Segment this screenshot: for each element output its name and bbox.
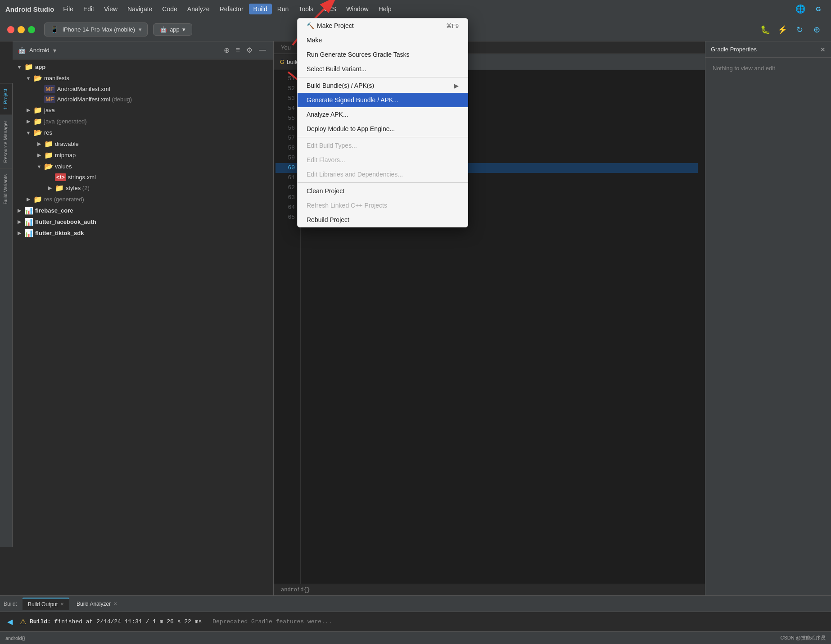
select-variant-label: Select Build Variant... — [307, 65, 366, 73]
ln-60: 60 — [275, 163, 298, 173]
menu-window[interactable]: Window — [342, 4, 373, 14]
menu-make-project[interactable]: 🔨 Make Project ⌘F9 — [298, 18, 468, 33]
strings-icon: </> — [55, 173, 66, 181]
close-build-analyzer[interactable]: ✕ — [113, 601, 117, 606]
attach-icon[interactable]: ⊕ — [809, 23, 824, 37]
build-status-text: Build: finished at 2/14/24 11:31 / 1 m 2… — [30, 618, 202, 625]
build-variants-tab[interactable]: Build Variants — [0, 168, 12, 210]
menu-analyze[interactable]: Analyze — [183, 4, 214, 14]
folder-icon-drawable: 📁 — [44, 140, 53, 148]
menu-edit[interactable]: Edit — [79, 4, 99, 14]
menu-view[interactable]: View — [99, 4, 122, 14]
right-panel-title: Gradle Properties — [711, 46, 817, 53]
project-tab[interactable]: 1: Project — [0, 83, 12, 115]
tree-item-strings[interactable]: </> strings.xml — [13, 172, 273, 182]
run-config-selector[interactable]: 🤖 app ▾ — [153, 23, 192, 36]
menu-build-bundle[interactable]: Build Bundle(s) / APK(s) ▶ — [298, 78, 468, 93]
hammer-icon: 🔨 — [307, 22, 314, 29]
separator-3 — [298, 182, 468, 183]
coverage-icon[interactable]: ↻ — [792, 23, 807, 37]
ln-58: 58 — [275, 143, 298, 153]
tree-item-androidmanifest-debug[interactable]: MF AndroidManifest.xml (debug) — [13, 94, 273, 104]
debug-icon[interactable]: 🐛 — [758, 23, 772, 37]
tree-item-mipmap[interactable]: ▶ 📁 mipmap — [13, 150, 273, 161]
gradle-file-icon: G — [280, 59, 284, 65]
tree-item-tiktok[interactable]: ▶ 📊 flutter_tiktok_sdk — [13, 227, 273, 239]
file-tree-title: Android — [29, 47, 50, 54]
tree-item-res-gen[interactable]: ▶ 📁 res (generated) — [13, 194, 273, 205]
menu-help[interactable]: Help — [374, 4, 396, 14]
tree-label-res: res — [44, 129, 52, 136]
profile-icon[interactable]: ⚡ — [775, 23, 790, 37]
ln-54: 54 — [275, 104, 298, 113]
menu-make[interactable]: Make — [298, 33, 468, 47]
expand-arrow-java-gen: ▶ — [25, 118, 32, 124]
locate-icon[interactable]: ⊕ — [222, 45, 231, 55]
run-config-chevron: ▾ — [182, 26, 185, 33]
tree-item-manifests[interactable]: ▼ 📂 manifests — [13, 73, 273, 84]
menu-code[interactable]: Code — [158, 4, 181, 14]
minimize-window-button[interactable] — [18, 26, 25, 33]
menu-edit-build-types: Edit Build Types... — [298, 138, 468, 153]
menu-tools[interactable]: Tools — [294, 4, 318, 14]
menu-select-variant[interactable]: Select Build Variant... — [298, 62, 468, 76]
build-output-tab[interactable]: Build Output ✕ — [23, 598, 69, 610]
tree-item-facebook[interactable]: ▶ 📊 flutter_facebook_auth — [13, 216, 273, 227]
menu-refactor[interactable]: Refactor — [215, 4, 248, 14]
tree-label-facebook: flutter_facebook_auth — [35, 218, 96, 225]
tree-item-androidmanifest[interactable]: MF AndroidManifest.xml — [13, 84, 273, 94]
menu-generate-signed[interactable]: Generate Signed Bundle / APK... — [298, 93, 468, 107]
menu-analyze-apk[interactable]: Analyze APK... — [298, 107, 468, 122]
ln-63: 63 — [275, 193, 298, 203]
line-numbers: 51 52 53 54 55 56 57 58 59 60 61 62 63 6… — [274, 70, 301, 584]
menu-file[interactable]: File — [59, 4, 78, 14]
device-selector[interactable]: 📱 iPhone 14 Pro Max (mobile) ▾ — [44, 23, 148, 36]
prev-arrow[interactable]: ◀ — [7, 617, 13, 626]
settings-icon[interactable]: ⚙ — [244, 45, 254, 55]
watermark-text: CSDN @技能程序员 — [781, 635, 826, 641]
resource-manager-tab[interactable]: Resource Manager — [0, 115, 12, 168]
side-tabs: 1: Project Resource Manager Build Varian… — [0, 83, 13, 547]
chevron-down-icon: ▾ — [139, 26, 142, 33]
close-window-button[interactable] — [7, 26, 14, 33]
tree-item-java[interactable]: ▶ 📁 java — [13, 104, 273, 116]
close-build-output[interactable]: ✕ — [60, 602, 64, 607]
tree-label-drawable: drawable — [55, 141, 79, 147]
tree-label-java-gen: java (generated) — [44, 118, 87, 125]
tree-label-mipmap: mipmap — [55, 152, 76, 159]
tree-item-res[interactable]: ▼ 📂 res — [13, 127, 273, 138]
build-analyzer-tab[interactable]: Build Analyzer ✕ — [71, 598, 122, 610]
menu-build[interactable]: Build — [249, 4, 272, 14]
tree-label-firebase: firebase_core — [35, 207, 73, 214]
folder-icon-firebase: 📊 — [24, 206, 33, 215]
tree-item-drawable[interactable]: ▶ 📁 drawable — [13, 138, 273, 150]
folder-icon-facebook: 📊 — [24, 218, 33, 226]
separator-2 — [298, 137, 468, 137]
right-panel-hint: Nothing to view and edit — [713, 65, 775, 72]
globe-icon[interactable]: 🌐 — [793, 2, 808, 16]
panel-header-icons: ⊕ ≡ ⚙ — — [222, 45, 268, 55]
menu-rebuild[interactable]: Rebuild Project — [298, 213, 468, 227]
breadcrumb-text: android{} — [281, 587, 310, 593]
chevron-header[interactable]: ▾ — [53, 47, 56, 54]
menu-deploy-module[interactable]: Deploy Module to App Engine... — [298, 122, 468, 136]
maximize-window-button[interactable] — [28, 26, 35, 33]
tree-item-java-gen[interactable]: ▶ 📁 java (generated) — [13, 116, 273, 127]
menu-navigate[interactable]: Navigate — [123, 4, 157, 14]
tree-item-app[interactable]: ▼ 📁 app — [13, 61, 273, 73]
deprecated-text: Deprecated Gradle features were... — [212, 618, 332, 625]
menu-clean-project[interactable]: Clean Project — [298, 184, 468, 198]
ln-59: 59 — [275, 153, 298, 163]
ln-52: 52 — [275, 84, 298, 94]
folder-icon-manifests: 📂 — [33, 74, 42, 82]
folder-icon-mipmap: 📁 — [44, 151, 53, 159]
minimize-panel-icon[interactable]: — — [257, 45, 268, 55]
close-right-panel[interactable]: ✕ — [820, 46, 826, 53]
tree-item-firebase[interactable]: ▶ 📊 firebase_core — [13, 205, 273, 216]
menu-run-generate[interactable]: Run Generate Sources Gradle Tasks — [298, 47, 468, 62]
menu-run[interactable]: Run — [273, 4, 294, 14]
menu-vcs[interactable]: VCS — [319, 4, 341, 14]
collapse-icon[interactable]: ≡ — [234, 45, 242, 55]
tree-item-styles[interactable]: ▶ 📁 styles (2) — [13, 182, 273, 194]
tree-item-values[interactable]: ▼ 📂 values — [13, 161, 273, 172]
